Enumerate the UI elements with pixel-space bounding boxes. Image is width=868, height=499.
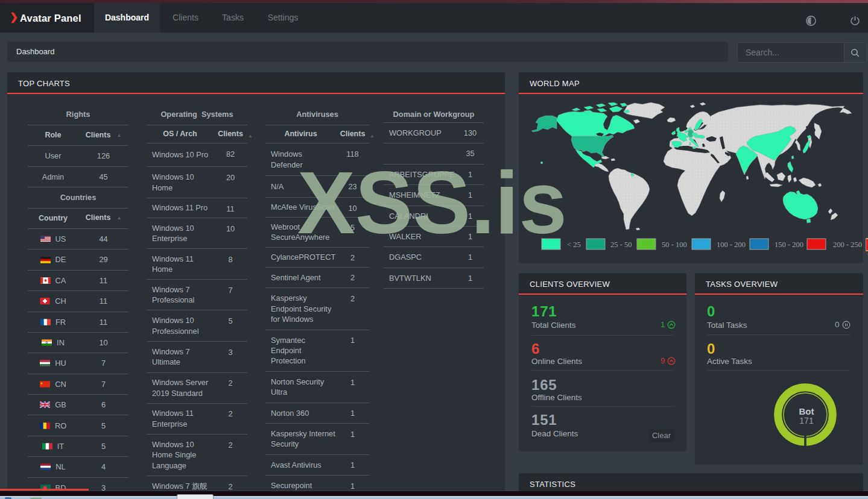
svg-text:100 - 200: 100 - 200 <box>717 240 746 249</box>
svg-text:150 - 200: 150 - 200 <box>775 240 803 249</box>
svg-text:200 - 250: 200 - 250 <box>833 240 862 249</box>
svg-text:50 - 100: 50 - 100 <box>662 240 687 249</box>
